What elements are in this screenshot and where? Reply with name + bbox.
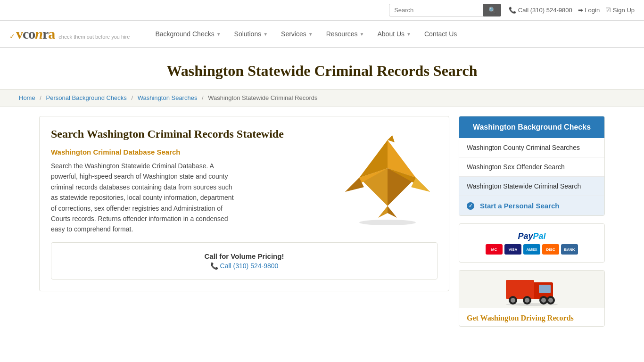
breadcrumb-home[interactable]: Home: [19, 94, 35, 101]
sidebar-section: Washington Background Checks Washington …: [459, 116, 605, 216]
call-box: Call for Volume Pricing! 📞 Call (310) 52…: [51, 242, 438, 280]
paypal-logo: PayPal: [467, 231, 597, 241]
svg-point-16: [511, 298, 515, 303]
amex-icon: AMEX: [523, 244, 540, 255]
search-button[interactable]: 🔍: [483, 4, 501, 16]
top-links: 📞 Call (310) 524-9800 ➡ Login ☑ Sign Up: [509, 7, 635, 14]
phone-link[interactable]: 📞 Call (310) 524-9800: [509, 7, 572, 14]
breadcrumb-sep: /: [40, 94, 41, 101]
search-input[interactable]: [389, 4, 483, 16]
svg-point-11: [359, 220, 416, 225]
bank-icon: BANK: [561, 244, 578, 255]
svg-point-23: [506, 303, 558, 306]
origami-bird-image: [336, 131, 430, 215]
breadcrumb-current: Washington Statewide Criminal Records: [208, 94, 317, 101]
chevron-down-icon: ▼: [360, 32, 364, 37]
sidebar-item-county[interactable]: Washington County Criminal Searches: [459, 138, 604, 157]
check-icon: ✓: [467, 202, 474, 210]
svg-rect-13: [539, 285, 551, 293]
nav-about[interactable]: About Us ▼: [371, 21, 418, 47]
chevron-down-icon: ▼: [216, 32, 221, 37]
svg-point-20: [541, 298, 546, 303]
signup-link[interactable]: ☑ Sign Up: [605, 7, 635, 14]
sidebar-item-statewide[interactable]: Washington Statewide Criminal Search: [459, 177, 604, 196]
right-column: Washington Background Checks Washington …: [459, 116, 605, 327]
nav-contact[interactable]: Contact Us: [418, 21, 463, 47]
signup-icon: ☑: [605, 7, 611, 14]
logo-text: vconra: [16, 26, 55, 42]
logo[interactable]: ✓ vconra check them out before you hire: [9, 26, 130, 42]
call-number[interactable]: 📞 Call (310) 524-9800: [61, 262, 428, 270]
svg-marker-8: [388, 135, 395, 142]
svg-point-18: [525, 298, 529, 303]
sidebar-header: Washington Background Checks: [459, 116, 604, 138]
search-form: 🔍: [389, 4, 501, 16]
login-link[interactable]: ➡ Login: [578, 7, 600, 14]
logo-checkmark: ✓: [9, 33, 15, 40]
page-title-area: Washington Statewide Criminal Records Se…: [0, 48, 644, 89]
nav-background-checks[interactable]: Background Checks ▼: [149, 21, 227, 47]
breadcrumb-washington-searches[interactable]: Washington Searches: [138, 94, 198, 101]
svg-rect-14: [506, 280, 534, 299]
phone-icon: 📞: [509, 7, 516, 14]
mastercard-icon: MC: [486, 244, 503, 255]
payment-icons: MC VISA AMEX DISC BANK: [467, 244, 597, 255]
svg-marker-7: [388, 206, 397, 218]
phone-icon: 📞: [210, 262, 218, 270]
nav-resources[interactable]: Resources ▼: [320, 21, 371, 47]
left-column: Search Washington Criminal Records State…: [39, 116, 449, 327]
login-icon: ➡: [578, 7, 583, 14]
driving-records-box[interactable]: Get Washington Driving Records: [459, 270, 605, 327]
start-search-button[interactable]: ✓ Start a Personal Search: [459, 196, 604, 215]
chevron-down-icon: ▼: [263, 32, 268, 37]
page-title: Washington Statewide Criminal Records Se…: [9, 62, 635, 80]
content-box: Search Washington Criminal Records State…: [39, 116, 449, 291]
driving-records-title: Get Washington Driving Records: [459, 308, 604, 326]
main-content: Search Washington Criminal Records State…: [20, 107, 624, 336]
chevron-down-icon: ▼: [308, 32, 313, 37]
discover-icon: DISC: [542, 244, 559, 255]
nav-solutions[interactable]: Solutions ▼: [228, 21, 275, 47]
call-title: Call for Volume Pricing!: [61, 252, 428, 260]
paypal-box: PayPal MC VISA AMEX DISC BANK: [459, 223, 605, 263]
logo-tagline: check them out before you hire: [58, 34, 130, 40]
logo-area: ✓ vconra check them out before you hire: [9, 21, 130, 47]
breadcrumb: Home / Personal Background Checks / Wash…: [0, 89, 644, 107]
svg-marker-6: [378, 206, 388, 218]
nav-services[interactable]: Services ▼: [274, 21, 320, 47]
breadcrumb-sep: /: [202, 94, 204, 101]
chevron-down-icon: ▼: [406, 32, 411, 37]
main-nav: Background Checks ▼ Solutions ▼ Services…: [149, 21, 635, 47]
sidebar-item-sex-offender[interactable]: Washington Sex Offender Search: [459, 157, 604, 177]
content-text: Search the Washington Statewide Criminal…: [51, 161, 239, 235]
top-bar: 🔍 📞 Call (310) 524-9800 ➡ Login ☑ Sign U…: [0, 0, 644, 21]
nav-bar: ✓ vconra check them out before you hire …: [0, 21, 644, 48]
svg-point-22: [548, 298, 553, 303]
breadcrumb-personal[interactable]: Personal Background Checks: [46, 94, 127, 101]
breadcrumb-sep: /: [131, 94, 133, 101]
driving-records-image: [459, 271, 604, 308]
visa-icon: VISA: [504, 244, 521, 255]
